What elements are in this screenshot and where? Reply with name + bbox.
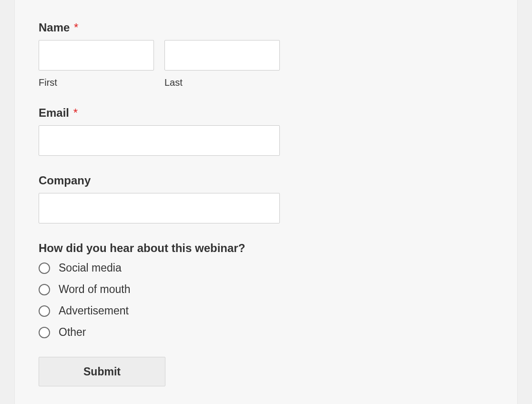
- radio-input-advertisement[interactable]: [39, 305, 50, 317]
- radio-input-social-media[interactable]: [39, 263, 50, 274]
- company-label-text: Company: [39, 174, 91, 187]
- first-name-input[interactable]: [39, 40, 154, 71]
- required-mark: *: [73, 106, 78, 119]
- referral-radio-group: Social media Word of mouth Advertisement…: [39, 262, 493, 339]
- referral-label-text: How did you hear about this webinar?: [39, 242, 245, 254]
- name-label-text: Name: [39, 21, 70, 34]
- submit-button[interactable]: Submit: [39, 357, 165, 386]
- company-input[interactable]: [39, 193, 280, 223]
- email-group: Email *: [39, 106, 493, 156]
- referral-group: How did you hear about this webinar? Soc…: [39, 242, 493, 339]
- email-label: Email *: [39, 106, 493, 120]
- form-card: Name * First Last Email *: [14, 0, 518, 404]
- last-name-input[interactable]: [164, 40, 280, 71]
- radio-item-advertisement[interactable]: Advertisement: [39, 304, 493, 317]
- company-group: Company: [39, 174, 493, 223]
- radio-label: Other: [59, 326, 86, 339]
- last-sublabel: Last: [164, 77, 280, 88]
- first-sublabel: First: [39, 77, 154, 88]
- company-label: Company: [39, 174, 493, 187]
- radio-label: Social media: [59, 262, 122, 274]
- email-label-text: Email: [39, 106, 69, 119]
- radio-item-word-of-mouth[interactable]: Word of mouth: [39, 283, 493, 296]
- radio-label: Advertisement: [59, 304, 129, 317]
- radio-label: Word of mouth: [59, 283, 130, 296]
- radio-input-other[interactable]: [39, 327, 50, 338]
- radio-input-word-of-mouth[interactable]: [39, 284, 50, 295]
- email-input[interactable]: [39, 125, 280, 156]
- last-name-col: Last: [164, 40, 280, 88]
- referral-label: How did you hear about this webinar?: [39, 242, 493, 255]
- radio-item-other[interactable]: Other: [39, 326, 493, 339]
- first-name-col: First: [39, 40, 154, 88]
- name-group: Name * First Last: [39, 21, 493, 88]
- radio-item-social-media[interactable]: Social media: [39, 262, 493, 274]
- required-mark: *: [74, 21, 78, 34]
- name-row: First Last: [39, 40, 493, 88]
- name-label: Name *: [39, 21, 493, 34]
- page-background: Name * First Last Email *: [0, 0, 532, 404]
